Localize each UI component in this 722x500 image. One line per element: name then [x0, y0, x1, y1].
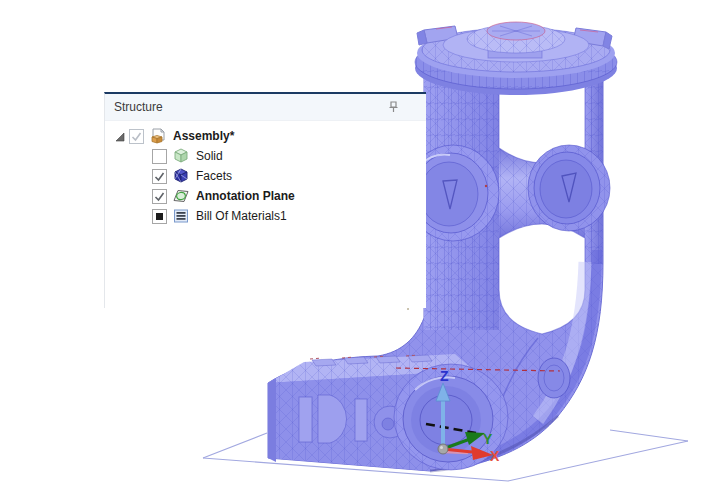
tree-item-solid[interactable]: Solid: [105, 146, 426, 166]
solid-cube-icon: [172, 148, 190, 165]
triad-y-label: Y: [483, 431, 493, 447]
checkbox-bill-of-materials[interactable]: [152, 209, 167, 224]
checkbox-annotation-plane[interactable]: [152, 189, 167, 204]
node-label-assembly: Assembly*: [173, 129, 234, 143]
checkbox-partial-state: [156, 213, 163, 220]
top-flange: [415, 22, 617, 95]
triad-z-label: Z: [440, 368, 449, 384]
node-label-solid: Solid: [196, 149, 223, 163]
right-bearing-boss: [528, 145, 610, 231]
annotation-plane-icon: [172, 188, 190, 205]
elbow-side-boss: [538, 358, 570, 398]
tree-item-annotation-plane[interactable]: Annotation Plane: [105, 186, 426, 206]
node-label-facets: Facets: [196, 169, 232, 183]
tree-item-facets[interactable]: Facets: [105, 166, 426, 186]
assembly-icon: [149, 128, 167, 145]
expander-triangle-icon[interactable]: [113, 129, 127, 143]
origin-sphere: [438, 444, 448, 454]
tree-item-bill-of-materials[interactable]: Bill Of Materials1: [105, 206, 426, 226]
pin-icon[interactable]: [386, 100, 400, 115]
node-label-annotation-plane: Annotation Plane: [196, 189, 295, 203]
facets-cube-icon: [172, 168, 190, 185]
structure-panel-header: Structure: [105, 94, 426, 121]
structure-panel: Structure: [104, 92, 426, 308]
node-label-bill-of-materials: Bill Of Materials1: [196, 209, 287, 223]
bom-icon: [172, 208, 190, 225]
yoke-lower-gap: [499, 224, 585, 334]
checkbox-assembly[interactable]: [129, 129, 144, 144]
structure-tree: Assembly* Solid: [105, 121, 426, 226]
checkbox-facets[interactable]: [152, 169, 167, 184]
triad-x-label: X: [490, 448, 500, 464]
panel-title: Structure: [114, 100, 163, 114]
checkbox-solid[interactable]: [152, 149, 167, 164]
tree-item-assembly[interactable]: Assembly*: [105, 126, 426, 146]
